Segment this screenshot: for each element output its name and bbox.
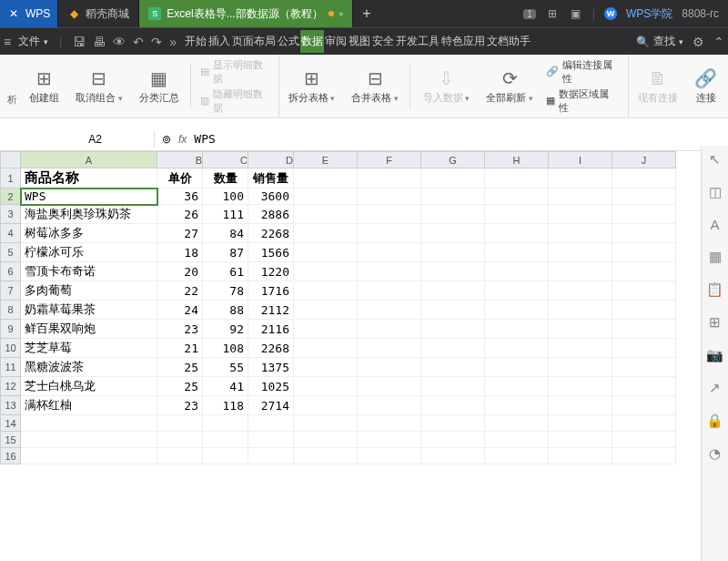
- cell-E5[interactable]: [294, 243, 358, 262]
- cell-G12[interactable]: [421, 377, 485, 396]
- cell-D7[interactable]: 1716: [248, 281, 294, 301]
- menu-item-4[interactable]: 数据: [300, 30, 324, 53]
- cell-A4[interactable]: 树莓冰多多: [21, 224, 157, 243]
- cell-G11[interactable]: [421, 358, 485, 377]
- spreadsheet-grid[interactable]: ABCDEFGHIJ1商品名称单价数量销售量2WPS3610036003海盐奥利…: [0, 151, 676, 464]
- cell-B13[interactable]: 23: [157, 396, 203, 415]
- cell-G9[interactable]: [421, 320, 485, 339]
- chart-icon[interactable]: ⊞: [709, 314, 721, 331]
- col-header-A[interactable]: A: [21, 152, 157, 168]
- cell-B12[interactable]: 25: [157, 377, 203, 396]
- cell-G10[interactable]: [421, 339, 485, 358]
- cell-D9[interactable]: 2116: [248, 320, 294, 339]
- cell-J2[interactable]: [612, 189, 676, 205]
- row-header-8[interactable]: 8: [1, 301, 21, 320]
- row-header-1[interactable]: 1: [1, 168, 21, 189]
- cell-D14[interactable]: [248, 415, 294, 432]
- cell-I7[interactable]: [549, 281, 612, 301]
- font-icon[interactable]: A: [710, 217, 719, 232]
- cell-J12[interactable]: [612, 377, 676, 396]
- menu-item-0[interactable]: 开始: [184, 30, 207, 53]
- cell-E15[interactable]: [294, 432, 358, 448]
- cell-I16[interactable]: [549, 448, 612, 464]
- cell-H1[interactable]: [485, 168, 549, 189]
- cell-D16[interactable]: [248, 448, 294, 464]
- notification-badge[interactable]: 1: [523, 9, 536, 19]
- row-header-4[interactable]: 4: [1, 224, 21, 243]
- cell-E11[interactable]: [294, 358, 358, 377]
- cell-E7[interactable]: [294, 281, 358, 301]
- cell-J9[interactable]: [612, 320, 676, 339]
- cell-G2[interactable]: [421, 189, 485, 205]
- fx-dropdown-icon[interactable]: ⊚: [162, 133, 171, 146]
- col-header-G[interactable]: G: [421, 152, 485, 168]
- cell-A14[interactable]: [21, 415, 157, 432]
- cell-B3[interactable]: 26: [157, 205, 203, 224]
- cell-D11[interactable]: 1375: [248, 358, 294, 377]
- cell-F13[interactable]: [358, 396, 421, 415]
- col-header-H[interactable]: H: [485, 152, 549, 168]
- ribbon-edit-conn[interactable]: 🔗编辑连接属性: [546, 58, 617, 86]
- cell-G6[interactable]: [421, 262, 485, 281]
- cell-J1[interactable]: [612, 168, 676, 189]
- cell-C6[interactable]: 61: [203, 262, 248, 281]
- tab-menu-icon[interactable]: ▫: [339, 7, 343, 20]
- share-icon[interactable]: ↗: [709, 380, 721, 396]
- cell-B10[interactable]: 21: [157, 339, 203, 358]
- cell-A16[interactable]: [21, 448, 157, 464]
- cell-C13[interactable]: 118: [203, 396, 248, 415]
- undo-icon[interactable]: ↶: [133, 35, 144, 49]
- cell-H2[interactable]: [485, 189, 549, 205]
- cell-C11[interactable]: 55: [203, 358, 248, 377]
- cell-H15[interactable]: [485, 432, 549, 448]
- cell-B6[interactable]: 20: [157, 262, 203, 281]
- menu-item-3[interactable]: 公式: [277, 30, 300, 53]
- cell-G13[interactable]: [421, 396, 485, 415]
- cell-F5[interactable]: [358, 243, 421, 262]
- menu-item-9[interactable]: 特色应用: [440, 30, 486, 53]
- col-header-D[interactable]: D: [248, 152, 294, 168]
- cell-I6[interactable]: [549, 262, 612, 281]
- cell-I2[interactable]: [549, 189, 612, 205]
- cell-A2[interactable]: WPS: [21, 189, 157, 205]
- menu-item-6[interactable]: 视图: [348, 30, 371, 53]
- cell-J4[interactable]: [612, 224, 676, 243]
- cell-I9[interactable]: [549, 320, 612, 339]
- cell-B11[interactable]: 25: [157, 358, 203, 377]
- cell-C8[interactable]: 88: [203, 301, 248, 320]
- cell-B2[interactable]: 36: [157, 189, 203, 205]
- row-header-10[interactable]: 10: [1, 339, 21, 358]
- cell-I15[interactable]: [549, 432, 612, 448]
- cell-E13[interactable]: [294, 396, 358, 415]
- cell-G14[interactable]: [421, 415, 485, 432]
- select-all-corner[interactable]: [1, 152, 21, 168]
- cell-E10[interactable]: [294, 339, 358, 358]
- menu-hamburger-icon[interactable]: ≡: [4, 35, 11, 49]
- cell-H3[interactable]: [485, 205, 549, 224]
- cell-E2[interactable]: [294, 189, 358, 205]
- cell-F15[interactable]: [358, 432, 421, 448]
- cell-B7[interactable]: 22: [157, 281, 203, 301]
- cell-J16[interactable]: [612, 448, 676, 464]
- cell-B14[interactable]: [157, 415, 203, 432]
- preview-icon[interactable]: 👁: [113, 35, 126, 49]
- cell-G1[interactable]: [421, 168, 485, 189]
- menu-item-8[interactable]: 开发工具: [395, 30, 440, 53]
- fx-icon[interactable]: fx: [178, 133, 187, 146]
- cell-D1[interactable]: 销售量: [248, 168, 294, 189]
- name-box[interactable]: A2: [36, 131, 155, 148]
- tab-store[interactable]: ◆ 稻壳商城: [58, 0, 139, 27]
- cell-E1[interactable]: [294, 168, 358, 189]
- cell-G7[interactable]: [421, 281, 485, 301]
- cell-B5[interactable]: 18: [157, 243, 203, 262]
- cell-F8[interactable]: [358, 301, 421, 320]
- cell-D2[interactable]: 3600: [248, 189, 294, 205]
- cell-G16[interactable]: [421, 448, 485, 464]
- window-icon[interactable]: ▣: [569, 6, 583, 21]
- more-icon[interactable]: »: [169, 35, 177, 49]
- cell-G3[interactable]: [421, 205, 485, 224]
- cell-H8[interactable]: [485, 301, 549, 320]
- file-menu[interactable]: 文件 ▾: [11, 34, 56, 49]
- cell-I8[interactable]: [549, 301, 612, 320]
- cell-I4[interactable]: [549, 224, 612, 243]
